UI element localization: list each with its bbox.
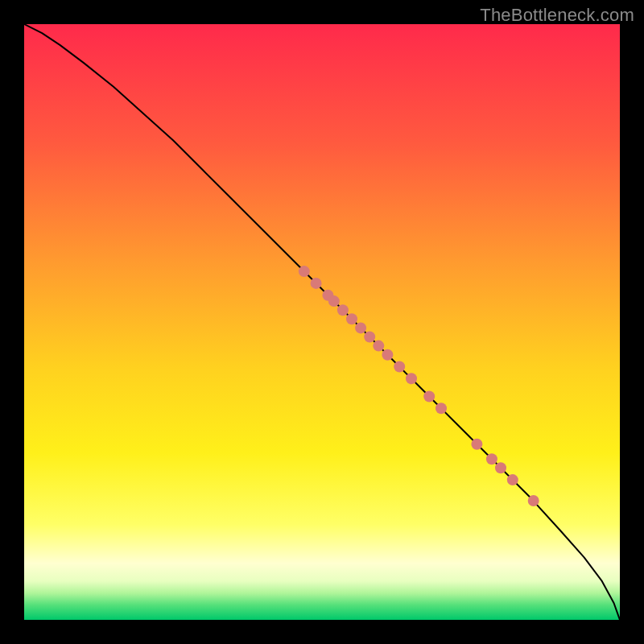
scatter-point xyxy=(471,439,482,450)
scatter-point xyxy=(507,474,518,485)
scatter-point xyxy=(346,313,357,324)
scatter-point xyxy=(423,391,435,402)
gradient-background xyxy=(24,24,620,620)
scatter-point xyxy=(328,295,340,307)
plot-area xyxy=(24,24,620,620)
chart-stage: TheBottleneck.com xyxy=(0,0,644,644)
scatter-point xyxy=(436,402,447,414)
scatter-point xyxy=(299,266,310,277)
scatter-point xyxy=(394,361,405,373)
watermark-label: TheBottleneck.com xyxy=(480,5,634,26)
scatter-point xyxy=(337,304,349,316)
scatter-point xyxy=(406,373,417,384)
scatter-point xyxy=(355,322,366,333)
scatter-point xyxy=(373,341,384,352)
scatter-point xyxy=(528,495,539,506)
scatter-point xyxy=(382,349,393,361)
scatter-point xyxy=(495,462,506,473)
chart-svg xyxy=(24,24,620,620)
scatter-point xyxy=(311,278,322,289)
scatter-point xyxy=(364,332,375,343)
scatter-point xyxy=(486,453,497,464)
